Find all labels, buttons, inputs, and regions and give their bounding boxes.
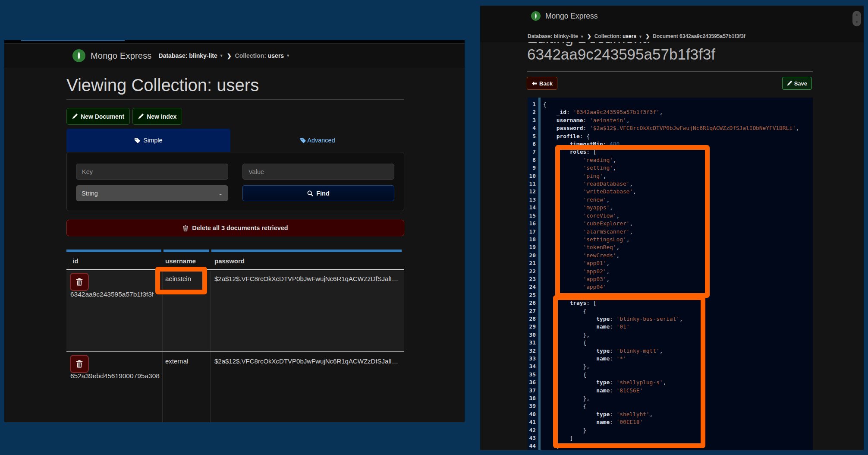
brand-title[interactable]: Mongo Express bbox=[545, 12, 598, 21]
title-divider bbox=[66, 99, 404, 100]
new-document-button[interactable]: New Document bbox=[66, 108, 130, 125]
table-top-border bbox=[66, 250, 161, 252]
database-dropdown[interactable]: Database: blinky-lite▼ bbox=[159, 52, 223, 59]
annotation-box-trays bbox=[553, 295, 705, 448]
browser-tab-strip bbox=[4, 40, 465, 43]
title-divider bbox=[527, 71, 813, 72]
tab-advanced[interactable]: Advanced bbox=[230, 129, 404, 152]
chevron-down-icon: ▼ bbox=[286, 54, 290, 58]
cell-password: $2a$12$.VFC8rcOkXcDTVP0bJwFwujNc6R1qACWZ… bbox=[214, 357, 400, 365]
pencil-icon bbox=[72, 114, 78, 119]
collection-dropdown[interactable]: Collection: users▼ bbox=[594, 33, 642, 39]
table-top-border bbox=[164, 250, 209, 252]
cell-id: 652a39ebd45619000795a308 bbox=[70, 372, 160, 380]
database-dropdown[interactable]: Database: blinky-lite▼ bbox=[528, 33, 584, 39]
chevron-down-icon: ▼ bbox=[638, 35, 642, 39]
annotation-box-roles bbox=[555, 145, 710, 298]
trash-icon bbox=[182, 225, 189, 231]
breadcrumb-chevron-icon: ❯ bbox=[645, 33, 650, 39]
chevron-down-icon: ▼ bbox=[855, 21, 859, 24]
mongo-express-logo-icon bbox=[72, 49, 85, 62]
mongo-express-logo-icon bbox=[531, 11, 541, 21]
chevron-up-icon: ▲ bbox=[855, 13, 859, 16]
table-top-border bbox=[211, 250, 402, 252]
cell-id: 6342aa9c243595a57b1f3f3f bbox=[70, 291, 154, 298]
delete-document-button[interactable] bbox=[70, 355, 89, 373]
tab-simple[interactable]: Simple bbox=[66, 129, 230, 152]
page-title: Viewing Collection: users bbox=[66, 76, 259, 95]
new-index-button[interactable]: New Index bbox=[132, 108, 182, 125]
left-navbar: Mongo Express Database: blinky-lite▼ ❯ C… bbox=[4, 43, 465, 68]
value-input[interactable]: Value bbox=[242, 164, 394, 180]
col-header-username: username bbox=[165, 257, 196, 265]
chevron-down-icon: ▼ bbox=[220, 54, 223, 58]
save-button[interactable]: Save bbox=[782, 77, 812, 90]
right-navbar: Mongo Express Database: blinky-lite▼ ❯ C… bbox=[480, 6, 864, 42]
pencil-icon bbox=[138, 114, 144, 119]
scroll-widget[interactable]: ▲▼ bbox=[852, 11, 861, 26]
trash-icon bbox=[76, 278, 83, 286]
breadcrumb-chevron-icon: ❯ bbox=[227, 53, 232, 59]
brand-title[interactable]: Mongo Express bbox=[91, 51, 152, 61]
documents-table: _id username password 6342aa9c243595a57b… bbox=[66, 250, 404, 422]
breadcrumb-chevron-icon: ❯ bbox=[587, 33, 591, 39]
pencil-icon bbox=[787, 81, 792, 86]
breadcrumb-document: Document 6342aa9c243595a57b1f3f3f bbox=[653, 33, 745, 39]
annotation-box-username bbox=[155, 267, 207, 294]
type-select[interactable]: String⌄ bbox=[76, 185, 228, 201]
tags-icon bbox=[299, 137, 306, 144]
left-browser-window: Mongo Express Database: blinky-lite▼ ❯ C… bbox=[4, 40, 465, 422]
select-caret-icon: ⌄ bbox=[218, 190, 223, 196]
editor-line-numbers: 1234567891011121314151617181920212223242… bbox=[528, 98, 538, 450]
key-input[interactable]: Key bbox=[76, 164, 228, 180]
back-button[interactable]: Back bbox=[527, 77, 557, 90]
collection-dropdown[interactable]: Collection: users▼ bbox=[235, 52, 290, 59]
chevron-down-icon: ▼ bbox=[580, 35, 584, 39]
col-header-password: password bbox=[214, 257, 245, 265]
tag-icon bbox=[134, 137, 141, 144]
table-row: 652a39ebd45619000795a308 external $2a$12… bbox=[66, 351, 404, 422]
delete-document-button[interactable] bbox=[70, 273, 89, 291]
trash-icon bbox=[76, 360, 83, 368]
table-row: 6342aa9c243595a57b1f3f3f aeinstein $2a$1… bbox=[66, 271, 404, 351]
find-button[interactable]: Find bbox=[242, 185, 394, 201]
table-header-divider bbox=[66, 269, 404, 270]
delete-all-button[interactable]: Delete all 3 documents retrieved bbox=[66, 220, 404, 236]
search-icon bbox=[307, 190, 313, 196]
col-header-id: _id bbox=[69, 257, 79, 265]
back-arrow-icon bbox=[531, 81, 537, 86]
search-card: Key Value String⌄ Find bbox=[66, 152, 404, 211]
cell-username: external bbox=[165, 357, 188, 365]
active-tab-underline bbox=[21, 40, 125, 41]
cell-password: $2a$12$.VFC8rcOkXcDTVP0bJwFwujNc6R1qACWZ… bbox=[214, 275, 400, 282]
